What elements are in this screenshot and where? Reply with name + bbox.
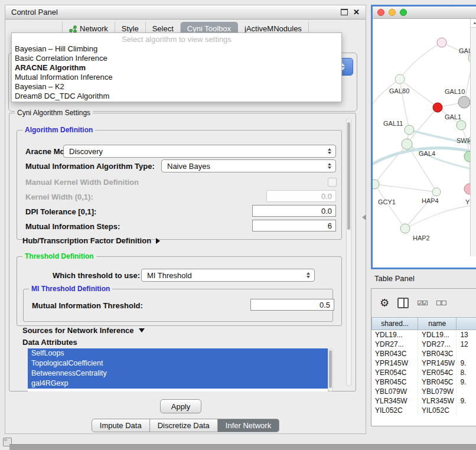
table-cell: YLR345W	[371, 396, 418, 406]
mi-threshold-input[interactable]: 0.5	[250, 299, 334, 311]
table-cell: YBR045C	[418, 377, 457, 387]
collapse-arrow-icon	[139, 328, 145, 332]
network-node-hap4[interactable]	[432, 188, 441, 196]
settings-gear-icon[interactable]: ⚙	[380, 298, 389, 308]
network-node-label: Y	[465, 198, 470, 206]
algorithm-definition-title: Algorithm Definition	[22, 126, 95, 134]
network-node[interactable]	[437, 38, 446, 47]
table-row[interactable]: YIL052CYIL052C	[371, 406, 476, 415]
apply-button[interactable]: Apply	[160, 399, 201, 413]
table-cell: YBL079W	[418, 387, 457, 396]
which-threshold-label: Which threshold to use:	[53, 271, 140, 280]
manual-kernel-width-checkbox[interactable]	[328, 178, 337, 187]
network-edge[interactable]	[374, 184, 405, 229]
table-row[interactable]: YER054CYER054C8.	[371, 368, 476, 377]
attribute-item-topologicalcoefficient[interactable]: TopologicalCoefficient	[28, 358, 328, 369]
which-threshold-select[interactable]: MI Threshold	[141, 269, 315, 282]
column-layout-icon[interactable]	[397, 298, 409, 308]
chevron-up-down-icon	[325, 163, 334, 169]
network-node-label: GAL10	[445, 88, 465, 95]
column-header-name[interactable]: name	[418, 317, 457, 330]
network-edge[interactable]	[374, 184, 436, 192]
settings-scrollbar[interactable]	[346, 118, 351, 386]
network-node-gal80[interactable]	[395, 74, 405, 84]
network-node-label: GCY1	[378, 198, 396, 206]
mi-steps-input[interactable]: 6	[252, 220, 336, 231]
mi-algorithm-type-label: Mutual Information Algorithm Type:	[25, 162, 155, 171]
network-edge[interactable]	[400, 43, 442, 79]
network-vertical-scrollbar[interactable]	[470, 19, 476, 256]
table-row[interactable]: YDR27...YDR27...12	[371, 340, 476, 349]
threshold-definition-title: Threshold Definition	[22, 252, 96, 260]
table-row[interactable]: YBR043CYBR043C	[371, 349, 476, 358]
column-header-2[interactable]	[457, 317, 476, 330]
panel-collapse-handle[interactable]	[362, 214, 366, 220]
network-node-label: GAL11	[383, 120, 403, 127]
deselect-all-icon[interactable]: ☐☐	[436, 299, 446, 307]
select-all-icon[interactable]: ☑☑	[417, 299, 428, 307]
table-cell: YDR27...	[418, 340, 457, 349]
dpi-tolerance-input[interactable]: 0.0	[252, 205, 336, 217]
tab-label: Select	[152, 24, 174, 33]
zoom-traffic-light-icon[interactable]	[400, 9, 407, 16]
network-node-hap2[interactable]	[400, 224, 410, 233]
mi-algorithm-type-select[interactable]: Naive Bayes	[161, 159, 336, 172]
network-edge[interactable]	[405, 206, 475, 229]
table-cell: 9.	[457, 358, 476, 368]
mi-steps-label: Mutual Information Steps:	[25, 222, 120, 231]
kernel-width-input[interactable]: 0.0	[266, 190, 336, 202]
close-traffic-light-icon[interactable]	[377, 9, 384, 16]
table-row[interactable]: YLR345WYLR345W9.	[371, 396, 476, 406]
column-header-shared[interactable]: shared...	[371, 317, 418, 330]
algorithm-option-aracne-algorithm[interactable]: ARACNE Algorithm	[12, 63, 341, 73]
algorithm-option-bayesian-k2[interactable]: Bayesian – K2	[12, 82, 341, 92]
network-node-gal4[interactable]	[402, 139, 412, 149]
hub-tf-definition-toggle[interactable]: Hub/Transcription Factor Definition	[22, 236, 160, 245]
kernel-width-label: Kernel Width (0,1):	[25, 193, 93, 201]
network-canvas[interactable]: GALGAL80GAL10GAL11GAL1SWI4GAL4GCY1HAP4YH…	[373, 19, 476, 256]
scroll-up-arrow-icon[interactable]	[471, 19, 476, 28]
attribute-list-scrollbar[interactable]	[328, 348, 333, 392]
hub-tf-definition-label: Hub/Transcription Factor Definition	[22, 236, 151, 245]
algorithm-dropdown-placeholder: Select algorithm to view settings	[12, 34, 341, 44]
tab-label: jActiveMNodules	[244, 24, 302, 33]
network-node-gal1[interactable]	[457, 120, 466, 130]
network-window-titlebar[interactable]	[373, 6, 476, 19]
network-node[interactable]	[458, 96, 470, 108]
attribute-item-gal4rgexp[interactable]: gal4RGexp	[28, 379, 328, 389]
table-row[interactable]: YDL19...YDL19...13	[371, 330, 476, 340]
aracne-mode-select[interactable]: Discovery	[63, 145, 336, 158]
table-row[interactable]: YPR145WYPR145W9.	[371, 358, 476, 368]
network-node-gcy1[interactable]	[373, 180, 379, 189]
network-edge[interactable]	[374, 144, 407, 184]
table-cell: 9.	[457, 377, 476, 387]
bottom-tab-infer-network[interactable]: Infer Network	[218, 419, 279, 432]
minimize-traffic-light-icon[interactable]	[389, 9, 396, 16]
data-attributes-label: Data Attributes	[22, 338, 77, 347]
table-cell: YIL052C	[418, 406, 457, 415]
algorithm-option-dream8-dc-tdc-algorithm[interactable]: Dream8 DC_TDC Algorithm	[12, 92, 341, 101]
table-cell: YPR145W	[418, 358, 457, 368]
bottom-tab-impute-data[interactable]: Impute Data	[92, 419, 150, 432]
algorithm-option-basic-correlation-inference[interactable]: Basic Correlation Inference	[12, 54, 341, 63]
bottom-tab-discretize-data[interactable]: Discretize Data	[150, 419, 218, 432]
table-cell: YDL19...	[418, 330, 457, 340]
attribute-item-betweennesscentrality[interactable]: BetweennessCentrality	[28, 369, 328, 379]
network-icon	[69, 25, 77, 32]
close-icon[interactable]: ✕	[353, 8, 360, 16]
control-panel-titlebar[interactable]: Control Panel ✕	[5, 5, 366, 19]
table-row[interactable]: YBL079WYBL079W	[371, 387, 476, 396]
network-node-label: HAP4	[422, 197, 439, 204]
float-window-icon[interactable]	[341, 9, 348, 15]
algorithm-option-mutual-information-inference[interactable]: Mutual Information Inference	[12, 73, 341, 82]
network-node-gal11[interactable]	[405, 125, 414, 135]
algorithm-option-bayesian-hill-climbing[interactable]: Bayesian – Hill Climbing	[12, 44, 341, 54]
sources-toggle[interactable]: Sources for Network Inference	[22, 326, 145, 335]
table-cell: YBR043C	[371, 349, 418, 358]
network-node-gal10[interactable]	[433, 103, 442, 112]
bottom-tab-group: Impute DataDiscretize DataInfer Network	[5, 419, 366, 432]
table-body: YDL19...YDL19...13YDR27...YDR27...12YBR0…	[371, 330, 476, 415]
table-row[interactable]: YBR045CYBR045C9.	[371, 377, 476, 387]
table-cell: 9.	[457, 396, 476, 406]
attribute-item-selfloops[interactable]: SelfLoops	[28, 348, 328, 358]
